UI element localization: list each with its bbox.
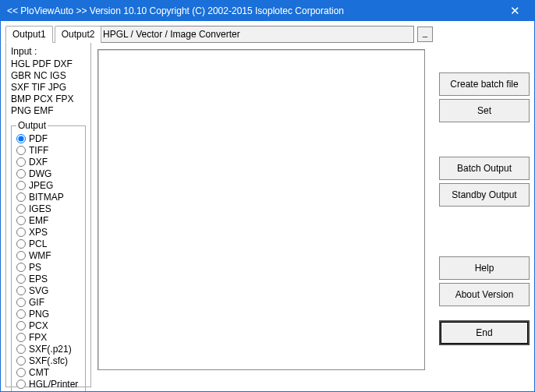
tab-body: Input : HGL PDF DXF GBR NC IGS SXF TIF J…: [5, 42, 91, 387]
output-radio-eps[interactable]: EPS: [16, 273, 82, 284]
radio-label: EPS: [29, 274, 48, 284]
input-line: PNG EMF: [11, 105, 86, 117]
output-radio-xps[interactable]: XPS: [16, 226, 82, 238]
radio-label: SXF(.sfc): [29, 355, 68, 366]
radio-label: PCX: [29, 320, 48, 331]
output-radio-bitmap[interactable]: BITMAP: [16, 191, 82, 203]
input-line: HGL PDF DXF: [11, 58, 86, 70]
input-formats: HGL PDF DXF GBR NC IGS SXF TIF JPG BMP P…: [11, 58, 86, 117]
radio-input[interactable]: [16, 134, 26, 143]
input-line: BMP PCX FPX: [11, 94, 86, 105]
titlebar: << PloViewAuto >> Version 10.10 Copyrigh…: [1, 1, 534, 21]
create-batch-button[interactable]: Create batch file: [439, 72, 530, 96]
set-button[interactable]: Set: [439, 99, 530, 122]
left-panel: Output1 Output2 Input : HGL PDF DXF GBR …: [5, 26, 91, 387]
output-radio-tiff[interactable]: TIFF: [16, 144, 82, 156]
tab-strip: Output1 Output2: [5, 26, 91, 43]
radio-label: IGES: [29, 203, 51, 214]
output-radio-pcl[interactable]: PCL: [16, 238, 82, 249]
radio-label: FPX: [29, 332, 47, 343]
radio-input[interactable]: [16, 146, 26, 155]
input-line: GBR NC IGS: [11, 70, 86, 82]
radio-input[interactable]: [16, 239, 26, 249]
radio-label: PNG: [29, 309, 49, 320]
output-radio-png[interactable]: PNG: [16, 308, 82, 320]
output-radio-sxf-sfc-[interactable]: SXF(.sfc): [16, 355, 82, 366]
radio-input[interactable]: [16, 274, 26, 284]
radio-input[interactable]: [16, 169, 26, 178]
radio-label: XPS: [29, 227, 48, 238]
radio-input[interactable]: [16, 309, 26, 319]
radio-input[interactable]: [16, 263, 26, 272]
radio-input[interactable]: [16, 344, 26, 354]
preview-canvas: [97, 49, 425, 370]
output-radio-emf[interactable]: EMF: [16, 214, 82, 226]
radio-input[interactable]: [16, 368, 26, 377]
output-radio-pcx[interactable]: PCX: [16, 320, 82, 331]
output-radio-dxf[interactable]: DXF: [16, 156, 82, 168]
radio-input[interactable]: [16, 298, 26, 307]
tab-output2[interactable]: Output2: [55, 26, 102, 43]
radio-label: SXF(.p21): [29, 344, 72, 355]
radio-label: GIF: [29, 297, 44, 308]
radio-input[interactable]: [16, 228, 26, 237]
radio-label: TIFF: [29, 145, 48, 156]
standby-output-button[interactable]: Standby Output: [439, 183, 530, 207]
radio-label: JPEG: [29, 180, 53, 191]
output-radio-jpeg[interactable]: JPEG: [16, 179, 82, 191]
radio-label: PS: [29, 262, 41, 273]
radio-label: BITMAP: [29, 192, 64, 203]
converter-row: HPGL / Vector / Image Converter _: [97, 26, 433, 43]
radio-input[interactable]: [16, 356, 26, 366]
radio-input[interactable]: [16, 286, 26, 295]
radio-label: DXF: [29, 157, 48, 168]
client-area: Output1 Output2 Input : HGL PDF DXF GBR …: [1, 21, 534, 391]
close-icon[interactable]: ✕: [501, 4, 528, 18]
tab-output1[interactable]: Output1: [5, 26, 53, 43]
radio-input[interactable]: [16, 204, 26, 214]
output-radio-sxf-p21-[interactable]: SXF(.p21): [16, 343, 82, 355]
output-radio-gif[interactable]: GIF: [16, 296, 82, 308]
help-button[interactable]: Help: [439, 256, 530, 280]
output-radio-ps[interactable]: PS: [16, 261, 82, 273]
output-radio-fpx[interactable]: FPX: [16, 331, 82, 343]
end-button[interactable]: End: [439, 320, 530, 345]
input-heading: Input :: [11, 46, 86, 57]
radio-input[interactable]: [16, 380, 26, 389]
radio-input[interactable]: [16, 251, 26, 260]
output-radio-cmt[interactable]: CMT: [16, 366, 82, 378]
radio-input[interactable]: [16, 192, 26, 202]
radio-label: PCL: [29, 238, 47, 249]
radio-input[interactable]: [16, 333, 26, 342]
radio-input[interactable]: [16, 321, 26, 330]
batch-output-button[interactable]: Batch Output: [439, 157, 530, 180]
radio-label: SVG: [29, 285, 48, 296]
input-line: SXF TIF JPG: [11, 82, 86, 94]
radio-input[interactable]: [16, 181, 26, 190]
radio-input[interactable]: [16, 157, 26, 167]
radio-input[interactable]: [16, 216, 26, 225]
about-version-button[interactable]: About Version: [439, 283, 530, 306]
window-title: << PloViewAuto >> Version 10.10 Copyrigh…: [7, 5, 501, 16]
output-radio-wmf[interactable]: WMF: [16, 249, 82, 261]
output-radio-dwg[interactable]: DWG: [16, 168, 82, 179]
output-radio-svg[interactable]: SVG: [16, 284, 82, 296]
output-legend: Output: [16, 120, 48, 131]
converter-label: HPGL / Vector / Image Converter: [97, 26, 414, 43]
output-group: Output PDFTIFFDXFDWGJPEGBITMAPIGESEMFXPS…: [11, 120, 86, 392]
right-panel: Create batch file Set Batch Output Stand…: [439, 26, 530, 387]
radio-label: DWG: [29, 168, 51, 179]
minimize-button[interactable]: _: [417, 26, 433, 42]
radio-label: WMF: [29, 250, 51, 261]
output-radio-pdf[interactable]: PDF: [16, 132, 82, 144]
radio-label: EMF: [29, 215, 48, 226]
radio-label: CMT: [29, 367, 49, 378]
middle-panel: HPGL / Vector / Image Converter _: [91, 26, 439, 387]
output-radio-iges[interactable]: IGES: [16, 203, 82, 214]
radio-label: PDF: [29, 133, 48, 144]
radio-label: HGL/Printer: [29, 379, 78, 390]
output-radio-hgl-printer[interactable]: HGL/Printer: [16, 378, 82, 390]
